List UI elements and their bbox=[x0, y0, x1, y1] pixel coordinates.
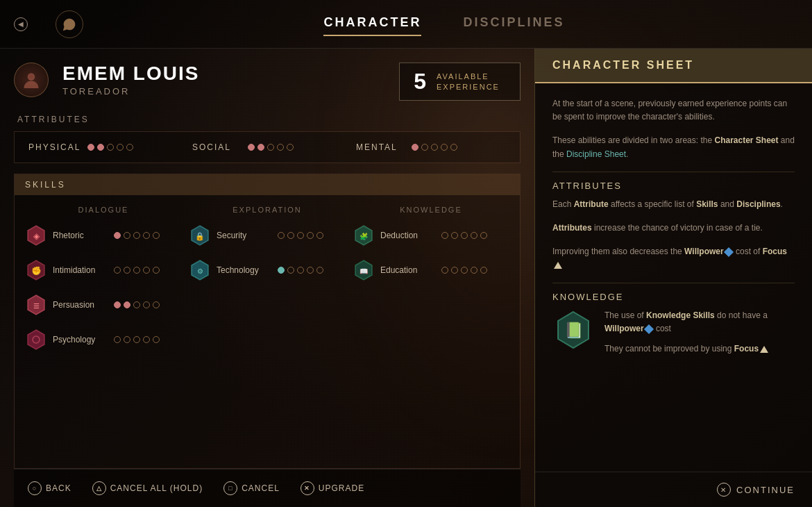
dot-p1 bbox=[87, 144, 94, 151]
dot-p4 bbox=[117, 144, 124, 151]
continue-button[interactable]: ✕ CONTINUE bbox=[717, 483, 795, 497]
upgrade-label: UPGRADE bbox=[319, 483, 364, 493]
dot-s1 bbox=[248, 144, 255, 151]
experience-label: AVAILABLE EXPERIENCE bbox=[437, 72, 506, 92]
edu-d1 bbox=[441, 267, 448, 274]
back-button[interactable]: ○ BACK bbox=[28, 481, 71, 495]
dot-s4 bbox=[277, 144, 284, 151]
skills-exploration-column: EXPLORATION 🔒 Security bbox=[189, 206, 346, 363]
ded-d4 bbox=[471, 232, 477, 239]
physical-label: PHYSICAL bbox=[28, 142, 81, 152]
skill-deduction[interactable]: 🧩 Deduction bbox=[353, 224, 509, 247]
skill-intimidation[interactable]: ✊ Intimidation bbox=[25, 259, 182, 281]
r-d1 bbox=[114, 232, 121, 239]
cancel-button[interactable]: □ CANCEL bbox=[223, 481, 280, 495]
attr-para-3: Improving them also decreases the Willpo… bbox=[552, 245, 795, 272]
attributes-section-header: ATTRIBUTES bbox=[14, 115, 521, 124]
psychology-dots bbox=[114, 336, 160, 343]
attributes-info-title: ATTRIBUTES bbox=[552, 181, 795, 191]
i-d1 bbox=[114, 267, 121, 274]
ded-d2 bbox=[451, 232, 458, 239]
skill-security[interactable]: 🔒 Security bbox=[189, 224, 346, 247]
character-avatar-nav bbox=[56, 10, 83, 38]
knowledge-text: The use of Knowledge Skills do not have … bbox=[604, 309, 795, 356]
i-d5 bbox=[153, 267, 160, 274]
knowledge-info-title: KNOWLEDGE bbox=[552, 292, 795, 302]
ps-d2 bbox=[124, 336, 130, 343]
pe-d2 bbox=[124, 301, 130, 308]
back-circle-icon: ○ bbox=[28, 481, 42, 495]
dot-s3 bbox=[267, 144, 274, 151]
ps-d5 bbox=[153, 336, 160, 343]
r-d2 bbox=[124, 232, 130, 239]
avatar bbox=[14, 63, 49, 97]
pe-d4 bbox=[143, 301, 150, 308]
tech-d2 bbox=[287, 267, 294, 274]
svg-text:📗: 📗 bbox=[564, 321, 584, 340]
attributes-highlight-2: Attributes bbox=[552, 223, 592, 233]
technology-icon: ⚙ bbox=[189, 259, 211, 281]
education-icon: 📖 bbox=[353, 259, 375, 281]
ded-d3 bbox=[461, 232, 468, 239]
tab-disciplines[interactable]: DISCIPLINES bbox=[463, 15, 564, 33]
intimidation-icon: ✊ bbox=[25, 259, 47, 281]
disciplines-highlight: Disciplines bbox=[736, 199, 780, 209]
tab-character[interactable]: CHARACTER bbox=[323, 15, 421, 33]
skills-knowledge-column: KNOWLEDGE 🧩 Deduction bbox=[353, 206, 509, 363]
education-label: Education bbox=[380, 265, 436, 275]
persuasion-icon: ☰ bbox=[25, 294, 47, 316]
cancel-all-circle-icon: △ bbox=[92, 481, 106, 495]
security-icon: 🔒 bbox=[189, 224, 211, 247]
edu-d5 bbox=[480, 267, 487, 274]
knowledge-header: KNOWLEDGE bbox=[353, 206, 509, 214]
back-nav[interactable]: ◀ bbox=[14, 17, 28, 31]
ps-d4 bbox=[143, 336, 150, 343]
experience-points: 5 bbox=[414, 69, 426, 94]
back-arrow-icon: ◀ bbox=[14, 17, 28, 31]
edu-d3 bbox=[461, 267, 468, 274]
bottom-controls: ○ BACK △ CANCEL ALL (HOLD) □ CANCEL ✕ UP… bbox=[14, 469, 521, 507]
education-dots bbox=[441, 267, 487, 274]
attr-para-1: Each Attribute affects a specific list o… bbox=[552, 198, 795, 211]
character-name: EMEM LOUIS bbox=[62, 63, 385, 85]
focus-highlight-2: Focus bbox=[734, 344, 759, 354]
skills-header: SKILLS bbox=[15, 174, 520, 195]
sec-d2 bbox=[287, 232, 294, 239]
skill-technology[interactable]: ⚙ Technology bbox=[189, 259, 346, 281]
cancel-all-button[interactable]: △ CANCEL ALL (HOLD) bbox=[92, 481, 203, 495]
left-panel: EMEM LOUIS TOREADOR 5 AVAILABLE EXPERIEN… bbox=[0, 49, 534, 507]
sec-d3 bbox=[297, 232, 304, 239]
skill-persuasion[interactable]: ☰ Persuasion bbox=[25, 294, 182, 316]
dot-m4 bbox=[441, 144, 448, 151]
top-navigation: ◀ CHARACTER DISCIPLINES bbox=[0, 0, 812, 49]
dot-m1 bbox=[412, 144, 418, 151]
ds-highlight: Discipline Sheet bbox=[566, 149, 626, 159]
r-d5 bbox=[153, 232, 160, 239]
cancel-all-label: CANCEL ALL (HOLD) bbox=[110, 483, 203, 493]
i-d2 bbox=[124, 267, 130, 274]
edu-d4 bbox=[471, 267, 477, 274]
dot-p3 bbox=[107, 144, 114, 151]
skill-education[interactable]: 📖 Education bbox=[353, 259, 509, 281]
upgrade-button[interactable]: ✕ UPGRADE bbox=[301, 481, 364, 495]
svg-text:🧩: 🧩 bbox=[360, 232, 369, 241]
physical-dots bbox=[87, 144, 133, 151]
nav-tabs: CHARACTER DISCIPLINES bbox=[90, 15, 798, 33]
skill-psychology[interactable]: Psychology bbox=[25, 329, 182, 351]
rhetoric-label: Rhetoric bbox=[53, 231, 108, 240]
skill-rhetoric[interactable]: ◈ Rhetoric bbox=[25, 224, 182, 247]
char-sheet-content: At the start of a scene, previously earn… bbox=[535, 83, 812, 472]
attr-highlight: Attribute bbox=[574, 199, 609, 209]
character-info: EMEM LOUIS TOREADOR bbox=[62, 63, 385, 97]
persuasion-label: Persuasion bbox=[53, 300, 108, 310]
tech-d5 bbox=[316, 267, 323, 274]
cancel-circle-icon: □ bbox=[223, 481, 237, 495]
diamond-icon-2 bbox=[643, 324, 653, 333]
char-sheet-header: CHARACTER SHEET bbox=[535, 49, 812, 83]
sec-d1 bbox=[278, 232, 285, 239]
security-dots bbox=[278, 232, 323, 239]
divider-2 bbox=[552, 283, 795, 283]
pe-d3 bbox=[133, 301, 140, 308]
right-bottom: ✕ CONTINUE bbox=[535, 472, 812, 507]
skills-highlight: Skills bbox=[696, 199, 718, 209]
